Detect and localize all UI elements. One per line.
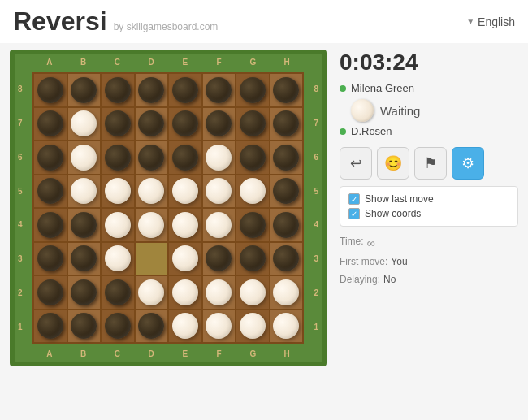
time-row: Time: ∞ xyxy=(340,233,518,253)
board-cell[interactable] xyxy=(101,73,135,107)
board-cell[interactable] xyxy=(101,275,135,310)
row-label: 2 xyxy=(314,276,318,310)
board-cell[interactable] xyxy=(67,275,102,310)
board-cell[interactable] xyxy=(101,141,135,175)
chevron-down-icon: ▼ xyxy=(466,17,474,26)
dark-piece xyxy=(172,110,198,136)
show-coords-checkbox[interactable]: ✓ xyxy=(348,208,360,219)
title-area: Reversi by skillgamesboard.com xyxy=(13,6,218,37)
board-cell[interactable] xyxy=(270,175,304,209)
light-piece xyxy=(138,212,164,238)
board-cell[interactable] xyxy=(135,242,169,276)
board-cell[interactable] xyxy=(101,310,135,344)
col-label: E xyxy=(168,58,202,67)
board-cell[interactable] xyxy=(33,73,67,107)
board-cell[interactable] xyxy=(236,73,270,107)
board-cell[interactable] xyxy=(202,275,236,310)
board-cell[interactable] xyxy=(168,310,202,344)
board-cell[interactable] xyxy=(168,208,202,242)
board-cell[interactable] xyxy=(270,310,304,344)
board-cell[interactable] xyxy=(101,208,135,242)
board-cell[interactable] xyxy=(135,275,169,310)
show-last-move-checkbox[interactable]: ✓ xyxy=(348,193,360,205)
board-cell[interactable] xyxy=(202,107,236,141)
light-piece xyxy=(206,212,232,238)
dark-piece xyxy=(172,145,198,171)
board-cell[interactable] xyxy=(135,310,169,344)
row-label: 1 xyxy=(314,310,318,344)
board-cell[interactable] xyxy=(135,107,169,141)
board-cell[interactable] xyxy=(135,175,169,209)
board-cell[interactable] xyxy=(270,208,304,242)
board-cell[interactable] xyxy=(135,208,169,242)
col-label: B xyxy=(67,349,101,358)
board-cell[interactable] xyxy=(67,310,102,344)
board-cell[interactable] xyxy=(202,73,236,107)
board-cell[interactable] xyxy=(202,242,236,276)
board-cell[interactable] xyxy=(202,208,236,242)
board-cell[interactable] xyxy=(236,242,270,276)
row-label: 7 xyxy=(314,106,318,141)
board-cell[interactable] xyxy=(168,275,202,310)
light-piece xyxy=(172,212,198,238)
settings-button[interactable]: ⚙ xyxy=(452,147,484,180)
board-cell[interactable] xyxy=(33,275,67,310)
board-cell[interactable] xyxy=(168,73,202,107)
dark-piece xyxy=(273,245,299,271)
board-cell[interactable] xyxy=(67,242,102,276)
board-cell[interactable] xyxy=(270,275,304,310)
board-cell[interactable] xyxy=(67,175,102,209)
board-cell[interactable] xyxy=(236,107,270,141)
board-cell[interactable] xyxy=(202,141,236,175)
board-cell[interactable] xyxy=(101,107,135,141)
board-cell[interactable] xyxy=(33,242,67,276)
board-cell[interactable] xyxy=(270,242,304,276)
dark-piece xyxy=(105,77,131,103)
delaying-value: No xyxy=(383,271,396,289)
dark-piece xyxy=(105,145,131,171)
board-cell[interactable] xyxy=(236,208,270,242)
game-board[interactable]: ABCDEFGH ABCDEFGH 87654321 87654321 xyxy=(10,50,327,366)
flag-button[interactable]: ⚑ xyxy=(414,147,447,180)
dark-piece xyxy=(105,110,131,136)
board-cell[interactable] xyxy=(236,310,270,344)
board-cell[interactable] xyxy=(270,73,304,107)
board-cell[interactable] xyxy=(135,73,169,107)
board-cell[interactable] xyxy=(135,141,169,175)
board-cell[interactable] xyxy=(168,242,202,276)
board-cell[interactable] xyxy=(67,208,102,242)
board-cell[interactable] xyxy=(67,107,102,141)
col-label: F xyxy=(202,58,236,67)
board-cell[interactable] xyxy=(33,107,67,141)
row-label: 4 xyxy=(314,208,318,242)
light-piece xyxy=(273,313,299,339)
board-cell[interactable] xyxy=(270,141,304,175)
board-cell[interactable] xyxy=(202,175,236,209)
board-cell[interactable] xyxy=(101,242,135,276)
board-cell[interactable] xyxy=(33,175,67,209)
undo-button[interactable]: ↩ xyxy=(340,147,372,180)
board-cell[interactable] xyxy=(33,208,67,242)
board-cell[interactable] xyxy=(168,175,202,209)
board-cell[interactable] xyxy=(67,141,102,175)
board-cell[interactable] xyxy=(236,275,270,310)
row-label: 7 xyxy=(18,106,23,141)
board-cell[interactable] xyxy=(202,310,236,344)
board-grid[interactable] xyxy=(32,72,304,344)
board-cell[interactable] xyxy=(168,107,202,141)
board-cell[interactable] xyxy=(236,175,270,209)
light-piece xyxy=(71,178,97,204)
board-cell[interactable] xyxy=(236,141,270,175)
board-cell[interactable] xyxy=(33,141,67,175)
board-cell[interactable] xyxy=(33,310,67,344)
light-piece xyxy=(105,245,131,271)
board-cell[interactable] xyxy=(270,107,304,141)
board-cell[interactable] xyxy=(168,141,202,175)
light-piece xyxy=(206,145,232,171)
emoji-button[interactable]: 😊 xyxy=(377,147,409,180)
time-value: ∞ xyxy=(367,233,375,253)
light-piece xyxy=(240,313,266,339)
board-cell[interactable] xyxy=(67,73,102,107)
language-selector[interactable]: ▼ English xyxy=(466,15,515,28)
board-cell[interactable] xyxy=(101,175,135,209)
